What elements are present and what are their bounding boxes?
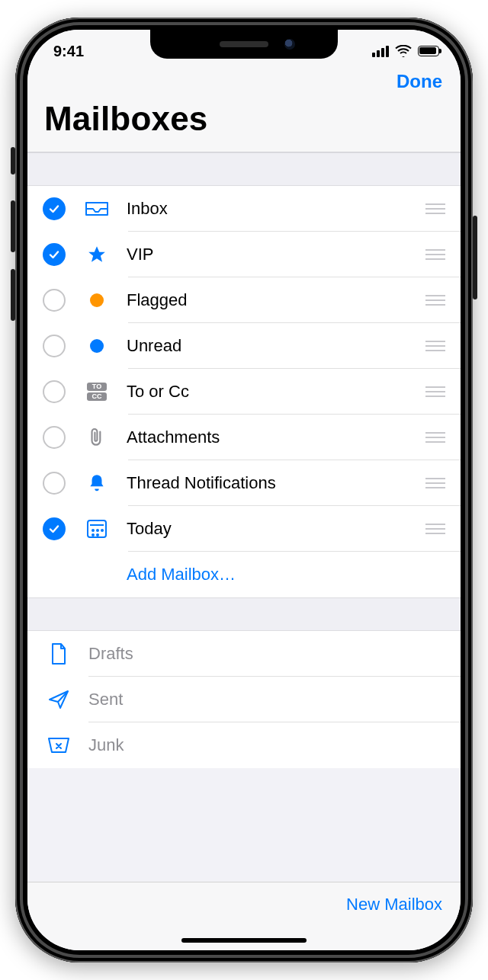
folder-row[interactable]: Sent	[27, 677, 461, 722]
mailbox-label: Inbox	[127, 199, 425, 219]
folders-list: DraftsSentJunk	[27, 631, 461, 768]
wifi-icon	[395, 45, 412, 57]
mailbox-row[interactable]: Thread Notifications	[27, 460, 461, 506]
mailbox-label: Attachments	[127, 428, 425, 447]
star-icon	[87, 245, 107, 264]
add-mailbox-row[interactable]: Add Mailbox…	[27, 552, 461, 597]
unread-dot-icon	[90, 339, 104, 353]
add-mailbox-label[interactable]: Add Mailbox…	[127, 565, 445, 584]
volume-up	[11, 200, 15, 252]
selection-toggle[interactable]	[43, 426, 66, 449]
front-camera	[284, 39, 295, 50]
selection-toggle[interactable]	[43, 380, 66, 403]
home-indicator[interactable]	[181, 938, 307, 943]
device-frame: 9:41 Done	[15, 18, 473, 962]
mailbox-icon-slot	[81, 200, 113, 217]
drag-handle-icon[interactable]	[425, 203, 445, 214]
drag-handle-icon[interactable]	[425, 341, 445, 351]
mailbox-label: Unread	[127, 336, 425, 356]
inbox-icon	[85, 200, 108, 217]
mailbox-row[interactable]: Inbox	[27, 186, 461, 232]
cellular-icon	[372, 46, 389, 57]
folder-label: Drafts	[88, 644, 133, 664]
drag-handle-icon[interactable]	[425, 432, 445, 443]
section-gap	[27, 597, 461, 631]
folder-label: Sent	[88, 690, 123, 709]
selection-toggle[interactable]	[43, 335, 66, 357]
mailbox-icon-slot	[81, 339, 113, 353]
mailbox-row[interactable]: Unread	[27, 323, 461, 369]
done-button[interactable]: Done	[396, 71, 442, 92]
mailbox-icon-slot	[81, 245, 113, 264]
status-time: 9:41	[53, 37, 84, 60]
drag-handle-icon[interactable]	[425, 524, 445, 534]
side-button	[473, 216, 477, 299]
drag-handle-icon[interactable]	[425, 386, 445, 397]
selection-toggle[interactable]	[43, 197, 66, 220]
mailbox-row[interactable]: VIP	[27, 232, 461, 277]
folder-row[interactable]: Drafts	[27, 631, 461, 677]
paper-plane-icon	[48, 690, 69, 709]
folder-icon-slot	[43, 642, 75, 665]
volume-down	[11, 269, 15, 321]
nav-header: Done Mailboxes	[27, 66, 461, 152]
mailbox-row[interactable]: Today	[27, 506, 461, 552]
junk-icon	[47, 736, 70, 754]
speaker-grille	[220, 41, 268, 47]
paperclip-icon	[87, 427, 107, 448]
mailbox-icon-slot	[81, 472, 113, 494]
mailbox-label: Flagged	[127, 290, 425, 310]
mute-switch	[11, 147, 15, 175]
folder-icon-slot	[43, 736, 75, 754]
mailbox-label: Today	[127, 519, 425, 539]
selection-toggle[interactable]	[43, 243, 66, 266]
mailbox-label: To or Cc	[127, 382, 425, 402]
mailbox-row[interactable]: Flagged	[27, 277, 461, 323]
screen: 9:41 Done	[27, 30, 461, 950]
mailbox-row[interactable]: TOCCTo or Cc	[27, 369, 461, 415]
folder-row[interactable]: Junk	[27, 722, 461, 768]
mailbox-icon-slot: TOCC	[81, 383, 113, 401]
mailbox-icon-slot	[81, 293, 113, 307]
mailbox-label: Thread Notifications	[127, 473, 425, 493]
mailbox-icon-slot	[81, 520, 113, 538]
mailbox-label: VIP	[127, 245, 425, 264]
battery-icon	[418, 46, 439, 56]
toolbar: New Mailbox	[27, 882, 461, 950]
drag-handle-icon[interactable]	[425, 249, 445, 260]
bell-icon	[87, 472, 107, 494]
mailbox-row[interactable]: Attachments	[27, 415, 461, 460]
page-title: Mailboxes	[44, 100, 444, 144]
drag-handle-icon[interactable]	[425, 295, 445, 306]
selection-toggle[interactable]	[43, 289, 66, 312]
drag-handle-icon[interactable]	[425, 478, 445, 488]
section-gap	[27, 152, 461, 186]
mailbox-icon-slot	[81, 427, 113, 448]
folder-label: Junk	[88, 735, 124, 755]
selection-toggle[interactable]	[43, 517, 66, 540]
to-cc-icon: TOCC	[87, 383, 107, 401]
flag-dot-icon	[90, 293, 104, 307]
draft-icon	[50, 642, 68, 665]
selection-toggle[interactable]	[43, 472, 66, 495]
calendar-icon	[87, 520, 107, 538]
folder-icon-slot	[43, 690, 75, 709]
mailboxes-list: InboxVIPFlaggedUnreadTOCCTo or CcAttachm…	[27, 186, 461, 597]
notch	[150, 30, 338, 59]
new-mailbox-button[interactable]: New Mailbox	[346, 895, 442, 914]
